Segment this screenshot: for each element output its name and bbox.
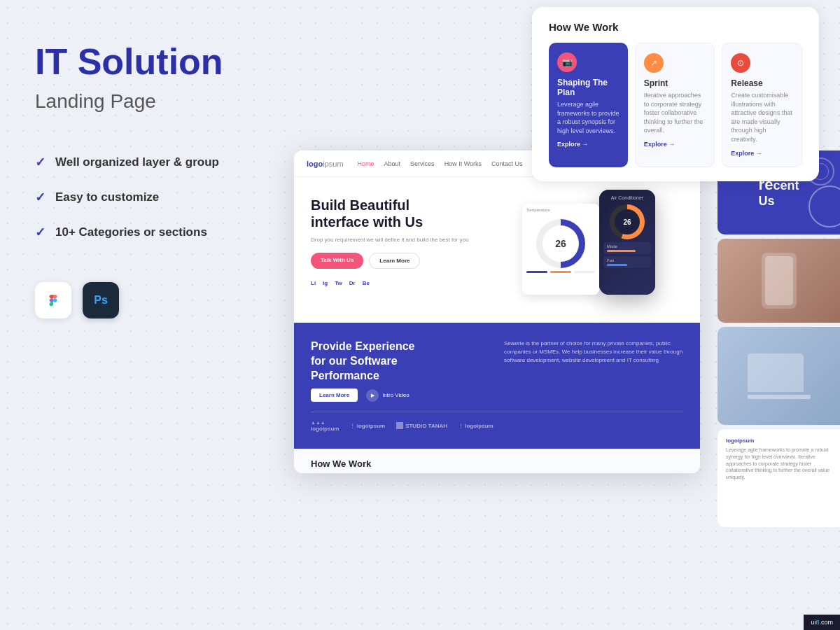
tablet-bar-2 — [550, 271, 571, 273]
phone-title: Air Conditioner — [603, 195, 651, 200]
hww-card-sprint: ↗ Sprint Iterative approaches to corpora… — [635, 43, 715, 167]
check-icon-3: ✓ — [35, 225, 46, 240]
hww-card-shaping: 📷 Shaping The Plan Leverage agile framew… — [549, 43, 628, 167]
check-icon-2: ✓ — [35, 190, 46, 205]
phone-gauge: 26 — [610, 204, 645, 239]
left-panel: IT Solution Landing Page ✓ Well organize… — [0, 0, 294, 630]
nav-logo: logoipsum — [307, 160, 344, 168]
preview-blue-section: Provide Experiencefor our SoftwarePerfor… — [294, 323, 700, 449]
hww-icon-sprint: ↗ — [644, 53, 664, 73]
tablet-bar-3 — [574, 271, 595, 273]
hero-btn-learnmore[interactable]: Learn More — [369, 253, 420, 269]
hero-image: Air Conditioner 26 Mode Fan — [522, 197, 683, 309]
blue-desc: Seawrie is the partner of choice for man… — [504, 340, 683, 365]
feature-item-1: ✓ Well organized layer & group — [35, 155, 259, 170]
social-be[interactable]: Be — [363, 280, 370, 286]
subtitle: Landing Page — [35, 90, 259, 113]
hww-card-title-2: Sprint — [644, 78, 706, 88]
right-photo-1 — [718, 239, 840, 323]
brand-logo-2: ⋮ logoipsum — [350, 423, 385, 429]
check-icon-1: ✓ — [35, 155, 46, 170]
blue-left: Provide Experiencefor our SoftwarePerfor… — [311, 340, 490, 402]
nav-link-about[interactable]: About — [384, 160, 401, 167]
main-title: IT Solution — [35, 42, 259, 82]
hero-btn-talkwithus[interactable]: Talk With Us — [311, 253, 363, 269]
social-ig[interactable]: Ig — [323, 280, 328, 286]
brand-logo-1: ▲▲▲ logoipsum — [311, 419, 339, 432]
right-panel: recent Us logoipsum Leverage agile frame… — [718, 150, 840, 606]
phone-pill-2: Fan — [603, 256, 651, 268]
social-tw[interactable]: Tw — [335, 280, 342, 286]
hww-card-title-3: Release — [731, 78, 793, 88]
blue-headline: Provide Experiencefor our SoftwarePerfor… — [311, 340, 479, 383]
tablet-bars — [526, 271, 595, 273]
landing-preview: logoipsum Home About Services How It Wor… — [294, 150, 700, 473]
blue-right: Seawrie is the partner of choice for man… — [504, 340, 683, 374]
preview-hero: Build Beautifulinterface with Us Drop yo… — [294, 177, 700, 323]
social-dr[interactable]: Dr — [349, 280, 356, 286]
tablet-bar-1 — [526, 271, 547, 273]
tablet-gauge-value: 26 — [542, 225, 579, 262]
hero-subtext: Drop you requirement we will define it a… — [311, 236, 515, 244]
mockup-container: logoipsum Home About Services How It Wor… — [294, 150, 714, 606]
play-icon: ▶ — [366, 389, 379, 402]
brand-logo-4: ⋮ logoipsum — [458, 423, 493, 429]
phone-mockup: Air Conditioner 26 Mode Fan — [599, 190, 655, 295]
nav-link-home[interactable]: Home — [358, 160, 374, 167]
blue-actions: Learn More ▶ Intro Video — [311, 388, 490, 402]
hww-icon-camera: 📷 — [557, 52, 577, 72]
phone-bar-2 — [607, 264, 627, 266]
tablet-mockup: Temperature 26 — [522, 204, 599, 295]
brand-logos: ▲▲▲ logoipsum ⋮ logoipsum STUDIO TANAH ⋮… — [311, 412, 683, 432]
tablet-screen: Temperature 26 — [522, 204, 599, 295]
how-we-work-heading: How We Work — [549, 21, 802, 33]
right-white-card: logoipsum Leverage agile frameworks to p… — [718, 429, 840, 527]
nav-link-contact[interactable]: Contact Us — [491, 160, 523, 167]
deco-circle-1 — [808, 186, 840, 227]
blue-content: Provide Experiencefor our SoftwarePerfor… — [311, 340, 683, 402]
hero-headline: Build Beautifulinterface with Us — [311, 197, 515, 230]
nav-link-services[interactable]: Services — [410, 160, 435, 167]
how-we-work-bottom: How We Work — [294, 449, 700, 473]
hww-bottom-title: How We Work — [311, 458, 683, 469]
hww-card-release: ⊙ Release Create customisable illustrati… — [722, 43, 802, 167]
photoshop-icon: Ps — [83, 282, 119, 318]
phone-screen: Air Conditioner 26 Mode Fan — [599, 190, 655, 295]
right-white-desc: Leverage agile frameworks to promote a r… — [726, 447, 832, 481]
laptop-base — [748, 395, 811, 399]
how-we-work-card: How We Work 📷 Shaping The Plan Leverage … — [532, 7, 819, 181]
feature-item-3: ✓ 10+ Categories or sections — [35, 225, 259, 240]
tablet-gauge: 26 — [536, 219, 585, 268]
social-li[interactable]: Li — [311, 280, 316, 286]
hero-text: Build Beautifulinterface with Us Drop yo… — [311, 197, 515, 309]
blue-video-btn[interactable]: ▶ Intro Video — [366, 389, 410, 402]
brand-logo-3: STUDIO TANAH — [396, 422, 447, 429]
nav-link-how[interactable]: How It Works — [444, 160, 482, 167]
figma-icon — [35, 282, 71, 318]
laptop-screen — [748, 354, 804, 392]
phone-icon — [762, 253, 797, 309]
right-white-logo: logoipsum — [726, 438, 832, 444]
hww-icon-release: ⊙ — [731, 53, 750, 73]
hww-cards-container: 📷 Shaping The Plan Leverage agile framew… — [549, 43, 802, 167]
tool-icons: Ps — [35, 282, 259, 318]
features-list: ✓ Well organized layer & group ✓ Easy to… — [35, 155, 259, 240]
phone-bar-1 — [607, 250, 636, 252]
hero-buttons: Talk With Us Learn More — [311, 253, 515, 269]
hww-card-title-1: Shaping The Plan — [557, 78, 620, 97]
watermark: ui8.com — [804, 615, 840, 630]
blue-btn-learnmore[interactable]: Learn More — [311, 388, 358, 402]
right-photo-2 — [718, 327, 840, 425]
social-links: Li Ig Tw Dr Be — [311, 280, 515, 286]
watermark-domain: .com — [819, 619, 833, 626]
phone-gauge-value: 26 — [615, 209, 640, 234]
phone-pill-1: Mode — [603, 242, 651, 254]
feature-item-2: ✓ Easy to customize — [35, 190, 259, 205]
